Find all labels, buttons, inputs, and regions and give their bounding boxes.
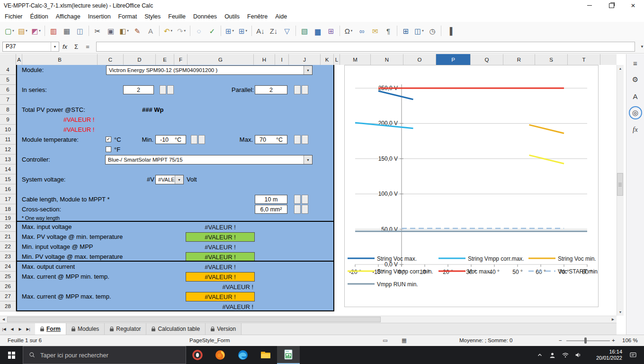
dropdown-arrow-icon[interactable]: ▾ [171,29,173,33]
insert-image-button[interactable]: ▧ [298,25,311,37]
next-sheet-icon[interactable]: ▶ [16,323,24,335]
cut-button[interactable]: ✂ [91,25,104,37]
expand-formula-bar-icon[interactable]: ▼ [638,45,644,49]
split-window-button[interactable]: ◫▾ [412,25,426,37]
functions-icon[interactable]: fx [629,123,642,136]
row-header-4[interactable]: 4 [0,65,16,75]
function-wizard-button[interactable]: fx [59,41,71,52]
row-header-26[interactable]: 26 [0,282,16,291]
last-sheet-icon[interactable]: ▶| [24,323,32,335]
row-header-9[interactable]: 9 [0,115,16,125]
minimize-button[interactable] [579,0,600,11]
column-header-H[interactable]: H [254,54,275,65]
dropdown-arrow-icon[interactable]: ▾ [351,29,353,33]
people-tray-button[interactable] [546,352,559,359]
insert-column-button[interactable]: ⊞▾ [236,25,250,37]
paste-button[interactable]: ◧▾ [117,25,131,37]
spin-left-icon[interactable] [191,135,197,144]
export-pdf-button[interactable]: ▥ [47,25,60,37]
dropdown-arrow-icon[interactable]: ▾ [422,29,424,33]
column-header-S[interactable]: S [535,54,568,65]
sheet-tab-version[interactable]: Version [206,323,242,335]
row-header-15[interactable]: 15 [0,174,16,184]
row-header-14[interactable]: 14 [0,164,16,174]
parallel-input[interactable]: 2 [255,85,287,94]
save-button[interactable]: ◩▾ [29,25,43,37]
hyperlink-button[interactable]: ∞ [355,25,368,37]
sheet-grid[interactable]: Module: Victron Energy SPM90-12 (SPM0409… [0,65,617,316]
system-voltage-select[interactable]: #VALEU ▼ [155,175,184,184]
column-header-T[interactable]: T [568,54,600,65]
zoom-slider-handle[interactable] [584,337,587,344]
horizontal-scrollbar[interactable]: ◀ ▶ [0,316,617,323]
first-sheet-icon[interactable]: |◀ [0,323,8,335]
cell-reference[interactable]: P37 [3,43,51,50]
headers-footers-button[interactable]: ¶ [382,25,395,37]
menu-styles[interactable]: Styles [141,12,164,21]
date-field-button[interactable]: ◷ [426,25,439,37]
spin-right-icon[interactable] [198,135,205,144]
navigator-icon[interactable]: ◎ [629,106,642,119]
spin-right-icon[interactable] [167,85,174,94]
column-header-L[interactable]: L [334,54,340,65]
pivot-table-button[interactable]: ⊞ [324,25,338,37]
open-button[interactable]: ▤▾ [16,25,29,37]
row-header-10[interactable]: 10 [0,125,16,135]
column-header-G[interactable]: G [188,54,254,65]
sort-descending-button[interactable]: Z↓ [267,25,280,37]
column-header-N[interactable]: N [371,54,403,65]
sidebar-toggle-button[interactable]: ▐ [443,25,456,37]
menu-outils[interactable]: Outils [221,12,243,21]
special-character-button[interactable]: Ω▾ [342,25,355,37]
column-header-R[interactable]: R [503,54,535,65]
zoom-level[interactable]: 106 % [622,335,638,346]
row-header-22[interactable]: 22 [0,242,16,252]
hidden-icons-button[interactable] [533,352,546,358]
row-header-19[interactable]: 19 [0,214,16,222]
row-header-12[interactable]: 12 [0,145,16,155]
menu-édition[interactable]: Édition [27,12,52,21]
name-box[interactable]: P37 ▼ [2,42,59,52]
firefox-app-button[interactable] [209,346,232,364]
menu-fenêtre[interactable]: Fenêtre [243,12,271,21]
volume-tray-button[interactable] [572,351,584,359]
print-preview-button[interactable]: ◫ [73,25,87,37]
controller-dropdown-icon[interactable]: ▼ [304,155,312,164]
menu-fichier[interactable]: Fichier [1,12,27,21]
autofilter-button[interactable]: ▽ [280,25,294,37]
sheet-tab-form[interactable]: Form [35,323,66,335]
column-header-K[interactable]: K [321,54,334,65]
cross-section-input[interactable]: 6,0 mm² [255,205,287,214]
clone-formatting-button[interactable]: ✎ [131,25,144,37]
cable-length-input[interactable]: 10 m [255,195,287,204]
document-modified-icon[interactable]: ▦ [402,335,407,346]
min-temp-input[interactable]: -10 °C [155,135,186,144]
spin-left-icon[interactable] [294,205,301,214]
row-header-25[interactable]: 25 [0,272,16,282]
menu-format[interactable]: Format [115,12,141,21]
action-center-button[interactable] [625,351,641,359]
row-header-11[interactable]: 11 [0,135,16,145]
row-header-24[interactable]: 24 [0,262,16,272]
max-temp-input[interactable]: 70 °C [255,135,287,144]
row-header-6[interactable]: 6 [0,85,16,95]
scroll-left-icon[interactable]: ◀ [0,316,7,323]
start-button[interactable] [0,346,23,364]
column-header-C[interactable]: C [98,54,124,65]
taskbar-search[interactable]: Taper ici pour rechercher [23,346,186,364]
column-header-B[interactable]: B [22,54,98,65]
spin-right-icon[interactable] [302,195,308,204]
spin-left-icon[interactable] [294,195,301,204]
column-header-O[interactable]: O [403,54,436,65]
selection-mode-icon[interactable]: ▭ [383,335,388,346]
new-document-button[interactable]: ▢▾ [3,25,16,37]
previous-sheet-icon[interactable]: ◀ [8,323,16,335]
column-header-P[interactable]: P [436,54,471,65]
zoom-in-icon[interactable]: + [612,335,615,346]
styles-icon[interactable]: A [629,90,642,103]
sum-button[interactable]: Σ [71,41,82,52]
find-replace-button[interactable]: ◌ [192,25,206,37]
dropdown-arrow-icon[interactable]: ▾ [127,29,129,33]
column-header-J[interactable]: J [289,54,321,65]
system-voltage-dropdown-icon[interactable]: ▼ [175,175,183,184]
